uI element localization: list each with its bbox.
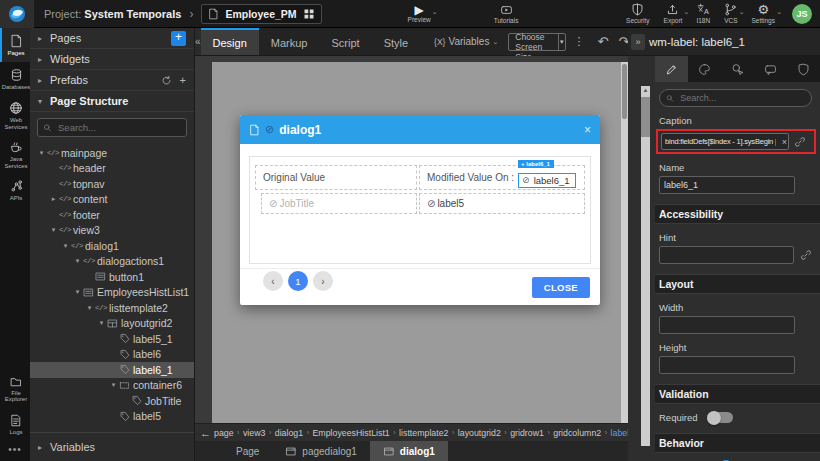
- caret-down-icon[interactable]: ▾: [60, 242, 71, 250]
- section-pages[interactable]: ▸ Pages +: [30, 28, 194, 49]
- caret-down-icon[interactable]: ▾: [48, 226, 59, 234]
- grid-cell-header1[interactable]: Original Value: [255, 165, 417, 190]
- section-variables[interactable]: ▸ Variables: [30, 432, 194, 461]
- breadcrumb-item-gridrow1[interactable]: gridrow1: [510, 428, 544, 438]
- section-page-structure[interactable]: ▾ Page Structure: [30, 91, 194, 112]
- tree-item-label5[interactable]: label5: [30, 409, 194, 425]
- bottom-tab-dialog1[interactable]: dialog1: [370, 441, 448, 461]
- canvas-scrollbar[interactable]: [621, 62, 628, 423]
- refresh-icon[interactable]: [161, 75, 172, 86]
- scroll-up-icon[interactable]: ▲: [641, 86, 650, 95]
- scrollbar-thumb[interactable]: [641, 97, 650, 137]
- breadcrumb-item-dialog1[interactable]: dialog1: [275, 428, 303, 438]
- tree-item-dialog1[interactable]: ▾</>dialog1: [30, 238, 194, 254]
- bind-caption-icon[interactable]: [794, 136, 806, 148]
- caret-down-icon[interactable]: ▾: [96, 319, 107, 327]
- rail-item-file-explorer[interactable]: File Explorer: [0, 370, 30, 408]
- caret-right-icon[interactable]: ▸: [48, 195, 59, 203]
- screen-size-select[interactable]: -- Choose Screen Size -- ▼: [508, 33, 565, 51]
- close-button[interactable]: CLOSE: [532, 277, 590, 298]
- height-input[interactable]: [659, 356, 795, 374]
- label5-widget[interactable]: ⊘ label5: [419, 193, 585, 214]
- preview-button[interactable]: ▶ Preview ⌄: [408, 0, 431, 28]
- topbar-action-export[interactable]: Export⌄: [664, 0, 683, 28]
- topbar-action-i18n[interactable]: AI18N: [696, 0, 710, 28]
- tree-item-container6[interactable]: ▾container6: [30, 378, 194, 394]
- required-toggle[interactable]: [707, 412, 733, 423]
- tab-properties[interactable]: [655, 56, 688, 82]
- properties-scrollbar[interactable]: ▲ ▼: [641, 86, 650, 446]
- tab-markup[interactable]: Markup: [259, 28, 320, 55]
- tree-item-content[interactable]: ▸</>content: [30, 192, 194, 208]
- rail-item-databases[interactable]: Databases: [0, 62, 30, 96]
- rail-item-pages[interactable]: Pages: [0, 28, 30, 62]
- tree-item-button1[interactable]: button1: [30, 269, 194, 285]
- section-prefabs[interactable]: ▸ Prefabs +: [30, 70, 194, 91]
- tree-item-footer[interactable]: </>footer: [30, 207, 194, 223]
- tree-item-layoutgrid2[interactable]: ▾layoutgrid2: [30, 316, 194, 332]
- tab-events[interactable]: [721, 56, 754, 82]
- label6_1-widget[interactable]: ⊘label6_1: [518, 173, 575, 188]
- width-input[interactable]: [659, 316, 795, 334]
- app-logo[interactable]: [0, 0, 34, 28]
- caret-down-icon[interactable]: ▾: [72, 257, 83, 265]
- dialog-close-icon[interactable]: ×: [584, 123, 591, 137]
- tree-item-EmployeesHistList1[interactable]: ▾EmployeesHistList1: [30, 285, 194, 301]
- breadcrumb-item-view3[interactable]: view3: [243, 428, 266, 438]
- structure-search-input[interactable]: [56, 121, 181, 134]
- tree-item-header[interactable]: </>header: [30, 161, 194, 177]
- tree-item-JobTitle[interactable]: JobTitle: [30, 393, 194, 409]
- selected-widget[interactable]: + label6_1 ⊘label6_1: [518, 168, 575, 188]
- topbar-action-vcs[interactable]: VCS⌄: [724, 0, 737, 28]
- tab-script[interactable]: Script: [320, 28, 372, 55]
- caret-down-icon[interactable]: ▾: [36, 149, 47, 157]
- breadcrumb-item-layoutgrid2[interactable]: layoutgrid2: [458, 428, 501, 438]
- properties-search-input[interactable]: [678, 92, 805, 104]
- list-widget[interactable]: Original Value Modified Value On : + lab…: [249, 156, 591, 264]
- tree-item-label5_1[interactable]: label5_1: [30, 331, 194, 347]
- bind-hint-icon[interactable]: [800, 249, 812, 261]
- jobtitle-widget[interactable]: ⊘ JobTitle: [261, 193, 417, 214]
- scrollbar-thumb[interactable]: [622, 64, 627, 119]
- tree-item-label6_1[interactable]: label6_1: [30, 362, 194, 378]
- user-avatar[interactable]: JS: [792, 4, 812, 24]
- tree-item-mainpage[interactable]: ▾</>mainpage: [30, 145, 194, 161]
- tab-comments[interactable]: [754, 56, 787, 82]
- tree-item-listtemplate2[interactable]: ▾</>listtemplate2: [30, 300, 194, 316]
- tab-security[interactable]: [787, 56, 820, 82]
- caret-down-icon[interactable]: ▾: [108, 381, 119, 389]
- caret-down-icon[interactable]: ▾: [72, 288, 83, 296]
- selection-tag[interactable]: + label6_1: [518, 160, 554, 168]
- undo-icon[interactable]: ↶: [593, 28, 614, 55]
- bottom-tab-page[interactable]: Page: [223, 441, 272, 461]
- tab-style[interactable]: Style: [372, 28, 420, 55]
- add-page-button[interactable]: +: [171, 31, 186, 46]
- caption-input[interactable]: [661, 133, 789, 150]
- caret-down-icon[interactable]: ▾: [84, 304, 95, 312]
- tree-item-topnav[interactable]: </>topnav: [30, 176, 194, 192]
- more-options-icon[interactable]: ⋮: [574, 28, 585, 55]
- breadcrumb-item-gridcolumn2[interactable]: gridcolumn2: [553, 428, 601, 438]
- breadcrumb-item-page[interactable]: page: [214, 428, 234, 438]
- tree-item-view3[interactable]: ▾</>view3: [30, 223, 194, 239]
- dialog1-widget[interactable]: ⊘ dialog1 × Original Value Modified Valu…: [240, 115, 600, 305]
- rail-item-java-services[interactable]: Java Services: [0, 135, 30, 174]
- breadcrumb-item-listtemplate2[interactable]: listtemplate2: [399, 428, 448, 438]
- tree-item-label6[interactable]: label6: [30, 347, 194, 363]
- tab-styles[interactable]: [688, 56, 721, 82]
- add-prefab-icon[interactable]: +: [180, 74, 186, 86]
- tutorials-button[interactable]: Tutorials: [494, 0, 519, 28]
- grid-cell-header2[interactable]: Modified Value On : + label6_1 ⊘label6_1: [419, 165, 585, 190]
- page-selector[interactable]: Employee_PM: [201, 4, 321, 24]
- bottom-tab-pagedialog1[interactable]: pagedialog1: [272, 441, 370, 461]
- properties-search[interactable]: [659, 89, 812, 107]
- topbar-action-settings[interactable]: ⚙Settings⌄: [752, 0, 776, 28]
- variables-dropdown[interactable]: {X} Variables ⌄: [434, 28, 498, 55]
- section-widgets[interactable]: ▸ Widgets: [30, 49, 194, 70]
- grid-menu-icon[interactable]: [303, 8, 315, 20]
- tab-design[interactable]: Design: [201, 28, 259, 55]
- breadcrumb-item-label6_1[interactable]: label6_1: [611, 428, 628, 438]
- more-options-icon[interactable]: •••: [0, 440, 30, 461]
- collapse-right-panel-icon[interactable]: »: [631, 34, 645, 50]
- breadcrumb-item-EmployeesHistList1[interactable]: EmployeesHistList1: [312, 428, 389, 438]
